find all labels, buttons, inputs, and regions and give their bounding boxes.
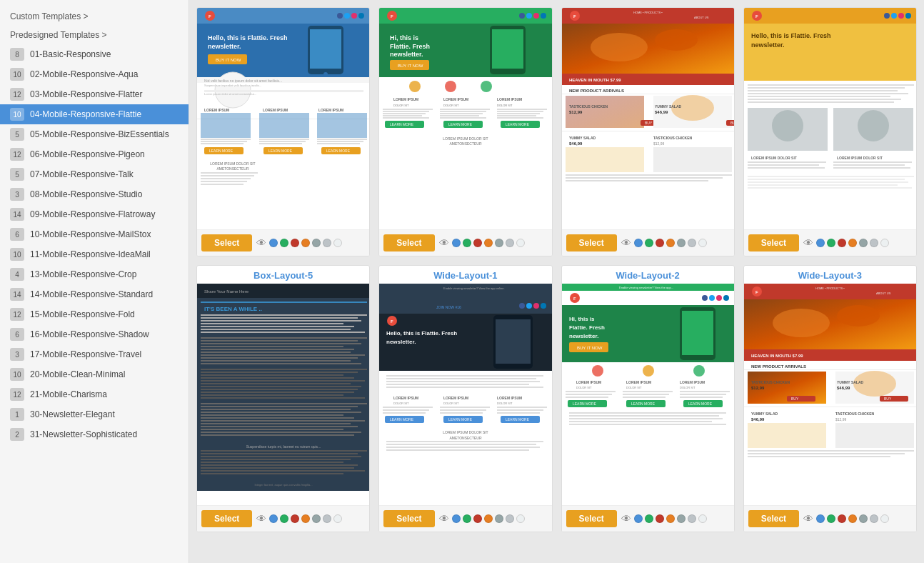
color-dot[interactable]: [816, 239, 825, 247]
color-dot[interactable]: [688, 239, 696, 247]
color-dot[interactable]: [452, 239, 461, 247]
color-dot[interactable]: [656, 514, 664, 523]
color-dot[interactable]: [301, 239, 310, 247]
color-dot[interactable]: [698, 514, 707, 523]
color-dot[interactable]: [880, 514, 889, 523]
sidebar-item-09-mobile-responsive-flatroway[interactable]: 1409-Mobile-Responsive-Flatroway: [0, 204, 189, 224]
color-dot[interactable]: [645, 514, 653, 523]
color-dot[interactable]: [816, 514, 825, 523]
color-dot[interactable]: [269, 514, 278, 523]
sidebar-item-02-mobile-responsive-aqua[interactable]: 1002-Mobile-Responsive-Aqua: [0, 64, 189, 84]
sidebar-item-20-mobile-clean-minimal[interactable]: 1020-Mobile-Clean-Minimal: [0, 364, 189, 384]
color-dot[interactable]: [484, 514, 493, 523]
eye-icon-8[interactable]: 👁: [803, 513, 813, 524]
color-dot[interactable]: [312, 514, 321, 523]
sidebar-item-07-mobile-responsive-talk[interactable]: 507-Mobile-Responsive-Talk: [0, 164, 189, 184]
color-dot[interactable]: [269, 239, 278, 247]
sidebar-item-10-mobile-responsive-mailstox[interactable]: 610-Mobile-Responsive-MailStox: [0, 224, 189, 244]
sidebar-item-13-mobile-responsive-crop[interactable]: 413-Mobile-Responsive-Crop: [0, 264, 189, 284]
color-dot[interactable]: [280, 239, 288, 247]
sidebar-item-08-mobile-responsive-studio[interactable]: 308-Mobile-Responsive-Studio: [0, 184, 189, 204]
color-dot[interactable]: [838, 239, 846, 247]
sidebar-item-30-newsletter-elegant[interactable]: 130-Newsletter-Elegant: [0, 404, 189, 424]
color-dot[interactable]: [859, 239, 868, 247]
sidebar-item-01-basic-responsive[interactable]: 801-Basic-Responsive: [0, 44, 189, 64]
color-dot[interactable]: [463, 514, 471, 523]
eye-icon-3[interactable]: 👁: [621, 237, 631, 249]
color-dot[interactable]: [645, 239, 653, 247]
color-dot[interactable]: [688, 514, 696, 523]
color-dot[interactable]: [656, 239, 664, 247]
color-dot[interactable]: [452, 514, 461, 523]
eye-icon-7[interactable]: 👁: [621, 513, 631, 524]
color-dot[interactable]: [473, 239, 482, 247]
color-dot[interactable]: [323, 239, 331, 247]
eye-icon-1[interactable]: 👁: [256, 237, 266, 249]
sidebar-item-14-mobile-responsive-standard[interactable]: 1414-Mobile-Responsive-Standard: [0, 284, 189, 304]
eye-icon-4[interactable]: 👁: [803, 237, 813, 249]
color-dot[interactable]: [333, 514, 342, 523]
color-dot[interactable]: [506, 239, 514, 247]
color-dot[interactable]: [677, 239, 686, 247]
select-button-6[interactable]: Select: [383, 510, 434, 527]
color-dot[interactable]: [634, 239, 643, 247]
color-dot[interactable]: [506, 514, 514, 523]
select-button-2[interactable]: Select: [383, 234, 434, 251]
color-dot[interactable]: [495, 514, 503, 523]
eye-icon-5[interactable]: 👁: [256, 513, 266, 524]
sidebar-item-11-mobile-responsive-ideamail[interactable]: 1011-Mobile-Responsive-IdeaMail: [0, 244, 189, 264]
color-dot[interactable]: [666, 239, 675, 247]
custom-templates-link[interactable]: Custom Templates >: [0, 7, 189, 26]
sidebar-item-31-newsletter-sophisticated[interactable]: 231-Newsletter-Sophisticated: [0, 424, 189, 444]
color-dot[interactable]: [677, 514, 686, 523]
select-button-8[interactable]: Select: [748, 510, 799, 527]
color-dot[interactable]: [666, 514, 675, 523]
predesigned-templates-link[interactable]: Predesigned Templates >: [0, 26, 189, 44]
color-dot[interactable]: [859, 514, 868, 523]
svg-text:LOREM IPSUM DOLOR SIT: LOREM IPSUM DOLOR SIT: [210, 161, 255, 166]
svg-rect-186: [201, 354, 365, 356]
color-dot[interactable]: [323, 514, 331, 523]
color-dot[interactable]: [827, 514, 835, 523]
color-dot[interactable]: [280, 514, 288, 523]
color-dot[interactable]: [473, 514, 482, 523]
color-dot[interactable]: [333, 239, 342, 247]
select-button-5[interactable]: Select: [201, 510, 252, 527]
color-dot[interactable]: [312, 239, 321, 247]
color-dot[interactable]: [301, 514, 310, 523]
color-dot[interactable]: [463, 239, 471, 247]
color-dot[interactable]: [484, 239, 493, 247]
select-button-7[interactable]: Select: [566, 510, 617, 527]
color-dot[interactable]: [870, 239, 878, 247]
eye-icon-2[interactable]: 👁: [439, 237, 449, 249]
color-dot[interactable]: [848, 239, 857, 247]
sidebar-item-16-mobile-responsive-shadow[interactable]: 616-Mobile-Responsive-Shadow: [0, 324, 189, 344]
svg-rect-352: [748, 450, 914, 452]
sidebar-item-17-mobile-responsive-travel[interactable]: 317-Mobile-Responsive-Travel: [0, 344, 189, 364]
color-dot[interactable]: [827, 239, 835, 247]
color-dot[interactable]: [495, 239, 503, 247]
sidebar-item-05-mobile-responsive-bizessentials[interactable]: 505-Mobile-Responsive-BizEssentials: [0, 124, 189, 144]
select-button-3[interactable]: Select: [566, 234, 617, 251]
color-dot[interactable]: [880, 239, 889, 247]
svg-rect-160: [833, 161, 912, 163]
color-dot[interactable]: [291, 239, 299, 247]
color-dot[interactable]: [516, 514, 525, 523]
color-dot[interactable]: [698, 239, 707, 247]
sidebar-item-21-mobile-charisma[interactable]: 1221-Mobile-Charisma: [0, 384, 189, 404]
eye-icon-6[interactable]: 👁: [439, 513, 449, 524]
svg-rect-271: [386, 449, 529, 451]
color-dot[interactable]: [516, 239, 525, 247]
select-button-4[interactable]: Select: [748, 234, 799, 251]
svg-text:AMETONSECTEUR: AMETONSECTEUR: [216, 166, 249, 171]
color-dot[interactable]: [848, 514, 857, 523]
color-dot[interactable]: [634, 514, 643, 523]
color-dot[interactable]: [870, 514, 878, 523]
sidebar-item-15-mobile-responsive-fold[interactable]: 1215-Mobile-Responsive-Fold: [0, 304, 189, 324]
sidebar-item-04-mobile-responsive-flattie[interactable]: 1004-Mobile-Responsive-Flattie: [0, 104, 189, 124]
select-button-1[interactable]: Select: [201, 234, 252, 251]
color-dot[interactable]: [838, 514, 846, 523]
sidebar-item-03-mobile-responsive-flatter[interactable]: 1203-Mobile-Responsive-Flatter: [0, 84, 189, 104]
sidebar-item-06-mobile-responsive-pigeon[interactable]: 1206-Mobile-Responsive-Pigeon: [0, 144, 189, 164]
color-dot[interactable]: [291, 514, 299, 523]
